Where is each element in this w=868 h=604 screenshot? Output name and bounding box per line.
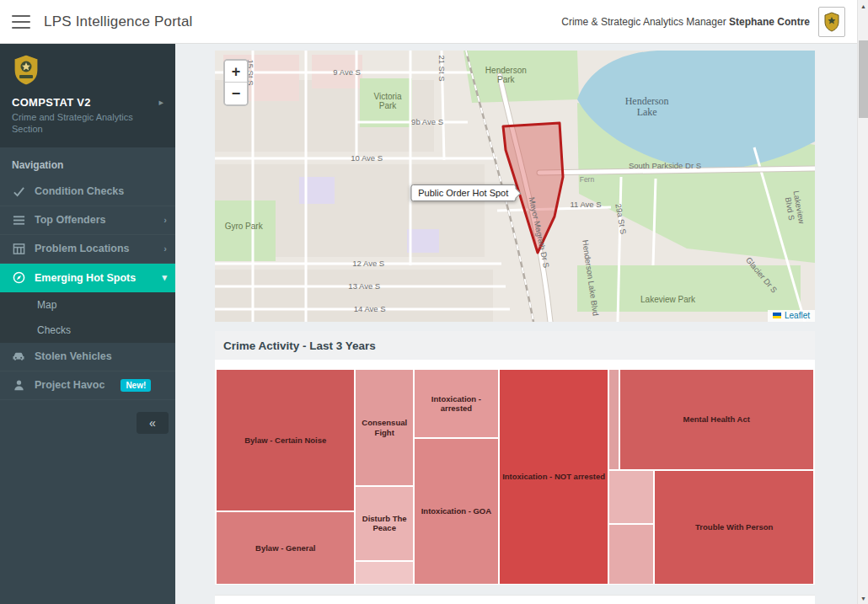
page-title: LPS Intelligence Portal xyxy=(44,13,193,30)
user-info: Crime & Strategic Analytics Manager Step… xyxy=(561,16,810,28)
app-brand[interactable]: COMPSTAT V2 ▸ Crime and Strategic Analyt… xyxy=(0,44,175,147)
treemap-box[interactable]: Bylaw - Certain Noise xyxy=(216,369,355,511)
chart-title: Crime Activity - Last 3 Years xyxy=(223,339,376,352)
zoom-in-button[interactable]: + xyxy=(225,61,247,83)
user-name: Stephane Contre xyxy=(729,16,810,28)
sidebar-item-problem-locations[interactable]: Problem Locations › xyxy=(0,235,175,264)
treemap-box[interactable]: Intoxication - GOA xyxy=(414,438,499,585)
sidebar-item-label: Stolen Vehicles xyxy=(35,350,112,362)
treemap-box-label xyxy=(630,495,633,499)
treemap-box-label: Trouble With Person xyxy=(694,521,774,533)
zoom-out-button[interactable]: − xyxy=(225,83,247,104)
user-role: Crime & Strategic Analytics Manager xyxy=(561,16,726,28)
top-header: LPS Intelligence Portal Crime & Strategi… xyxy=(0,0,857,44)
person-icon xyxy=(12,378,25,392)
flag-icon xyxy=(773,313,781,318)
crest-icon xyxy=(823,12,840,32)
sidebar-item-project-havoc[interactable]: Project Havoc New! xyxy=(0,371,175,400)
nav-section-label: Navigation xyxy=(0,147,175,178)
sidebar-item-label: Checks xyxy=(37,324,71,336)
map-zoom-control: + − xyxy=(223,59,249,106)
menu-toggle-icon[interactable] xyxy=(12,15,30,29)
sidebar-item-stolen-vehicles[interactable]: Stolen Vehicles xyxy=(0,343,175,371)
scroll-up-arrow[interactable]: ▲ xyxy=(858,0,868,12)
treemap-box-label: Consensual Fight xyxy=(356,416,413,439)
sidebar-item-condition-checks[interactable]: Condition Checks xyxy=(0,178,175,206)
lps-crest-logo xyxy=(12,54,163,89)
hot-spot-map[interactable]: Henderson ParkHenderson LakeVictoria Par… xyxy=(215,51,815,322)
leaflet-link[interactable]: Leaflet xyxy=(785,311,810,320)
sidebar-item-top-offenders[interactable]: Top Offenders › xyxy=(0,206,175,235)
sidebar-item-label: Top Offenders xyxy=(35,214,106,226)
treemap-box-label: Bylaw - General xyxy=(254,542,317,554)
chevron-right-icon: › xyxy=(163,215,167,225)
main-content: Henderson ParkHenderson LakeVictoria Par… xyxy=(175,44,857,604)
chevron-right-icon: › xyxy=(163,243,167,254)
check-icon xyxy=(12,184,25,198)
treemap-box[interactable]: Mental Health Act xyxy=(619,369,814,470)
treemap-box[interactable] xyxy=(608,524,654,585)
treemap-box[interactable] xyxy=(608,470,654,524)
treemap-box-label: Intoxication - arrested xyxy=(415,393,498,415)
list-icon xyxy=(12,213,25,227)
chart-header: Crime Activity - Last 3 Years xyxy=(215,331,815,360)
scroll-down-arrow[interactable]: ▼ xyxy=(858,592,868,604)
treemap-box-label xyxy=(383,571,386,575)
car-icon xyxy=(12,350,25,363)
chevron-right-icon: ▸ xyxy=(158,97,163,108)
table-icon xyxy=(12,242,25,255)
treemap-box-label xyxy=(613,418,616,421)
treemap-box[interactable]: Consensual Fight xyxy=(355,369,414,486)
page-scrollbar[interactable]: ▲ ▼ xyxy=(857,0,868,604)
sidebar-item-emerging-hot-spots[interactable]: Emerging Hot Spots ▾ xyxy=(0,264,175,292)
hot-spots-submenu: Map Checks xyxy=(0,292,175,343)
crime-activity-card: Crime Activity - Last 3 Years Bylaw - Ce… xyxy=(215,331,815,585)
treemap: Bylaw - Certain NoiseBylaw - GeneralCons… xyxy=(216,369,814,585)
sidebar-item-label: Emerging Hot Spots xyxy=(35,272,136,284)
treemap-box-label: Intoxication - NOT arrested xyxy=(501,470,607,483)
treemap-box-label: Mental Health Act xyxy=(682,413,752,425)
app-name: COMPSTAT V2 xyxy=(12,96,91,109)
treemap-box[interactable]: Bylaw - General xyxy=(216,511,355,585)
sidebar-collapse-button[interactable]: « xyxy=(137,412,169,434)
treemap-box-label: Disturb The Peace xyxy=(356,512,413,535)
app-subtitle: Crime and Strategic Analytics Section xyxy=(12,111,138,136)
treemap-box-label: Bylaw - Certain Noise xyxy=(243,434,328,446)
sidebar-item-label: Condition Checks xyxy=(35,185,124,197)
sidebar-item-label: Problem Locations xyxy=(35,243,130,254)
treemap-box[interactable] xyxy=(608,369,619,470)
sidebar-subitem-map[interactable]: Map xyxy=(0,292,175,318)
treemap-box-label: Intoxication - GOA xyxy=(420,505,493,517)
chevron-down-icon: ▾ xyxy=(162,272,167,283)
crest-badge-button[interactable] xyxy=(818,7,845,37)
sidebar: COMPSTAT V2 ▸ Crime and Strategic Analyt… xyxy=(0,44,175,604)
scrollbar-thumb[interactable] xyxy=(859,40,868,118)
treemap-box[interactable]: Intoxication - arrested xyxy=(414,369,499,438)
treemap-box[interactable]: Intoxication - NOT arrested xyxy=(499,369,609,585)
treemap-box[interactable]: Disturb The Peace xyxy=(355,486,414,561)
hot-spot-tooltip: Public Order Hot Spot xyxy=(410,184,516,201)
sidebar-item-label: Project Havoc xyxy=(35,379,104,391)
sidebar-subitem-checks[interactable]: Checks xyxy=(0,318,175,343)
sidebar-item-label: Map xyxy=(37,299,56,311)
new-badge: New! xyxy=(121,379,151,392)
compass-icon xyxy=(12,271,25,285)
map-attribution: Leaflet xyxy=(768,310,815,322)
next-section-card xyxy=(215,595,815,604)
treemap-box[interactable] xyxy=(355,561,414,585)
treemap-box[interactable]: Trouble With Person xyxy=(654,470,814,585)
treemap-box-label xyxy=(630,553,633,556)
